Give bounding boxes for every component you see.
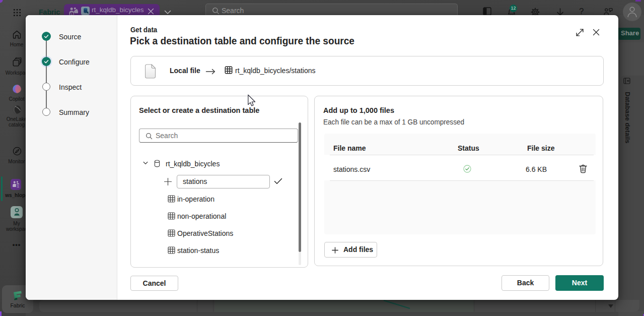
svg-text:1: 1 [17, 184, 19, 188]
